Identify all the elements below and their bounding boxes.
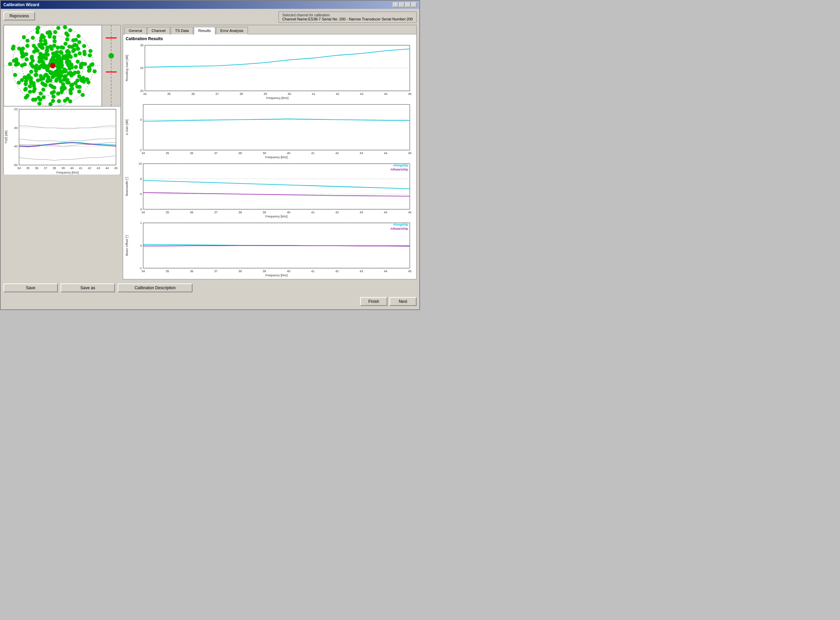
charts-area: Calibration Results	[123, 35, 416, 279]
red-indicator-bottom	[106, 71, 117, 72]
green-dot	[108, 53, 114, 59]
scatter-row	[3, 25, 121, 107]
title-bar-buttons: ? _ □ ×	[393, 2, 417, 7]
red-line-top	[106, 38, 117, 38]
tab-channel[interactable]: Channel	[147, 27, 170, 35]
slider-panel	[102, 25, 121, 107]
window-title: Calibration Wizard	[3, 2, 39, 7]
scatter-plot	[3, 25, 102, 107]
title-bar: Calibration Wizard ? _ □ ×	[1, 1, 419, 9]
tab-ts-data[interactable]: TS Data	[171, 27, 193, 35]
maximize-button[interactable]: □	[405, 2, 411, 7]
beamwidth-chart-container	[124, 161, 415, 219]
minimize-button[interactable]: _	[399, 2, 404, 7]
main-window: Calibration Wizard ? _ □ × Reprocess Sel…	[0, 0, 420, 310]
selected-channel-box: Selected channel for calibration Channel…	[279, 12, 417, 23]
delta-gain-chart-container	[124, 102, 415, 160]
finish-button[interactable]: Finish	[360, 297, 387, 306]
beam-offset-chart-container	[124, 220, 415, 278]
help-button[interactable]: ?	[393, 2, 398, 7]
green-circle	[108, 53, 114, 59]
selected-channel-label: Selected channel for calibration	[282, 13, 413, 17]
next-button[interactable]: Next	[389, 297, 417, 306]
calibration-results-title: Calibration Results	[124, 36, 415, 42]
content-area: Reprocess Selected channel for calibrati…	[1, 9, 419, 309]
tab-error-analysis[interactable]: Error Analysis	[216, 27, 248, 35]
right-panel: General Channel TS Data Results Error An…	[123, 25, 417, 279]
delta-gain-chart	[124, 102, 415, 160]
save-button[interactable]: Save	[3, 283, 58, 292]
calibration-description-button[interactable]: Calibration Description	[118, 283, 192, 292]
ts-panel	[3, 107, 121, 175]
beamwidth-chart	[124, 161, 415, 219]
four-charts	[124, 42, 415, 278]
footer-row: Finish Next	[3, 296, 417, 307]
main-panels: General Channel TS Data Results Error An…	[3, 25, 417, 279]
bottom-buttons-row: Save Save as Calibration Description	[3, 281, 417, 293]
close-button[interactable]: ×	[411, 2, 417, 7]
beam-offset-chart	[124, 220, 415, 278]
selected-channel-value: Channel Name:ES38-7 Serial No: 200 - Nar…	[282, 17, 413, 21]
tab-results[interactable]: Results	[194, 27, 215, 35]
gain-chart	[124, 42, 415, 100]
red-indicator-top	[106, 38, 117, 38]
left-section	[3, 25, 121, 279]
reprocess-button[interactable]: Reprocess	[3, 12, 35, 20]
tabs-row: General Channel TS Data Results Error An…	[123, 25, 416, 35]
ts-chart	[4, 107, 119, 175]
gain-chart-container	[124, 42, 415, 100]
red-line-bottom	[106, 71, 117, 72]
save-as-button[interactable]: Save as	[60, 283, 115, 292]
tab-general[interactable]: General	[124, 27, 147, 35]
top-row: Reprocess Selected channel for calibrati…	[3, 12, 417, 23]
